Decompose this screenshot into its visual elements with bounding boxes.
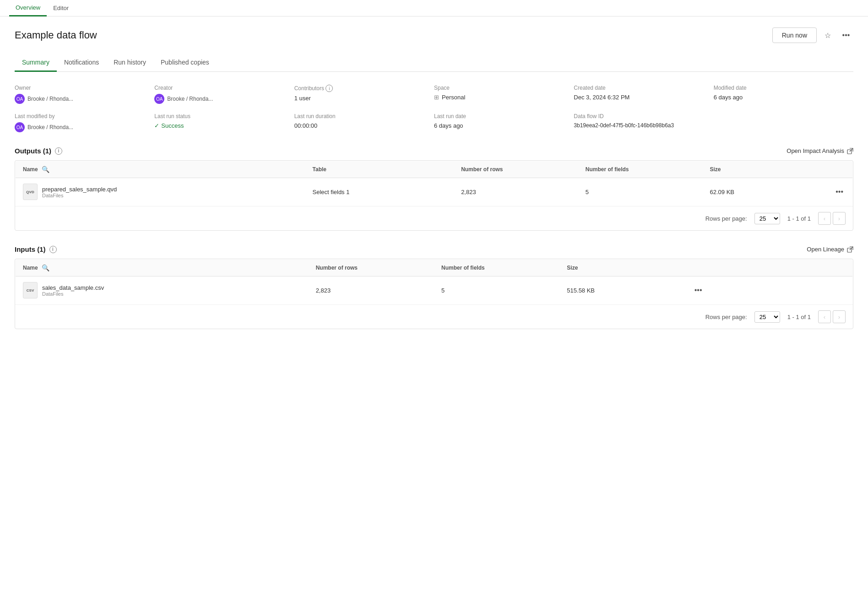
outputs-row-more-button[interactable]: ••• [834, 186, 845, 198]
last-modifier-avatar: OA [15, 122, 25, 132]
last-run-status-value: ✓ Success [154, 122, 294, 129]
page-title: Example data flow [15, 29, 97, 41]
table-row: QVD prepared_sales_sample.qvd DataFiles … [16, 178, 853, 206]
file-cell: QVD prepared_sales_sample.qvd DataFiles [23, 184, 298, 200]
inputs-section-header: Inputs (1) i Open Lineage [15, 245, 853, 253]
inputs-col-rows: Number of rows [309, 260, 434, 277]
metadata-section: Owner OA Brooke / Rhonda... Creator OA B… [15, 85, 853, 132]
qvd-file-icon: QVD [23, 184, 38, 200]
inputs-file-cell: CSV sales_data_sample.csv DataFiles [23, 282, 301, 298]
outputs-col-fields: Number of fields [578, 161, 703, 178]
last-modifier-name: Brooke / Rhonda... [27, 124, 73, 130]
owner-label: Owner [15, 85, 154, 91]
outputs-col-name: Name 🔍 [16, 161, 305, 178]
csv-file-icon: CSV [23, 282, 38, 298]
metadata-space: Space ⊞ Personal [434, 85, 574, 104]
outputs-page-nav: ‹ › [818, 212, 846, 225]
inputs-name-search-icon[interactable]: 🔍 [42, 264, 49, 271]
inputs-row-size-cell: 515.58 KB [559, 277, 685, 304]
inputs-info-icon[interactable]: i [49, 246, 57, 253]
metadata-row-2: Last modified by OA Brooke / Rhonda... L… [15, 113, 853, 132]
page-header: Example data flow Run now ☆ ••• [15, 27, 853, 43]
inputs-row-more-button[interactable]: ••• [693, 284, 704, 296]
inputs-col-size: Size [559, 260, 685, 277]
nav-overview[interactable]: Overview [9, 0, 47, 16]
outputs-prev-page-button[interactable]: ‹ [818, 212, 831, 225]
star-button[interactable]: ☆ [820, 28, 835, 43]
inputs-next-page-button[interactable]: › [833, 310, 846, 323]
open-lineage-link[interactable]: Open Lineage [807, 246, 853, 253]
page-content: Example data flow Run now ☆ ••• Summary … [0, 16, 868, 340]
metadata-created-date: Created date Dec 3, 2024 6:32 PM [574, 85, 713, 104]
metadata-last-run-date: Last run date 6 days ago [434, 113, 574, 132]
last-modified-by-label: Last modified by [15, 113, 154, 119]
outputs-row-table-cell: Select fields 1 [305, 178, 454, 206]
outputs-col-size: Size [703, 161, 827, 178]
inputs-row-rows-cell: 2,823 [309, 277, 434, 304]
outputs-row-actions-cell: ••• [826, 178, 852, 206]
header-actions: Run now ☆ ••• [772, 27, 853, 43]
tabs-bar: Summary Notifications Run history Publis… [15, 54, 853, 72]
file-type-label: QVD [26, 190, 34, 194]
metadata-creator: Creator OA Brooke / Rhonda... [154, 85, 294, 104]
creator-label: Creator [154, 85, 294, 91]
inputs-rows-per-page-select[interactable]: 25 50 100 [754, 311, 780, 323]
external-link-icon [847, 148, 853, 154]
inputs-table-header-row: Name 🔍 Number of rows Number of fields S… [16, 260, 853, 277]
file-name[interactable]: prepared_sales_sample.qvd [42, 186, 117, 193]
inputs-label: Inputs (1) [15, 245, 46, 253]
outputs-section: Outputs (1) i Open Impact Analysis [15, 147, 853, 231]
nav-editor[interactable]: Editor [47, 0, 75, 16]
creator-value: OA Brooke / Rhonda... [154, 94, 294, 104]
contributors-info-icon[interactable]: i [326, 85, 333, 92]
lineage-external-link-icon [847, 246, 853, 253]
last-modified-by-value: OA Brooke / Rhonda... [15, 122, 154, 132]
file-info: prepared_sales_sample.qvd DataFiles [42, 186, 117, 198]
inputs-file-info: sales_data_sample.csv DataFiles [42, 284, 104, 297]
inputs-file-sublabel: DataFiles [42, 291, 104, 297]
inputs-row-fields-cell: 5 [434, 277, 559, 304]
metadata-empty [714, 113, 853, 132]
last-run-duration-value: 00:00:00 [294, 122, 434, 129]
contributors-value: 1 user [294, 95, 434, 102]
run-now-button[interactable]: Run now [772, 27, 817, 43]
modified-date-label: Modified date [714, 85, 853, 91]
inputs-prev-page-button[interactable]: ‹ [818, 310, 831, 323]
inputs-row-name-cell: CSV sales_data_sample.csv DataFiles [16, 277, 309, 304]
inputs-table: Name 🔍 Number of rows Number of fields S… [15, 259, 853, 304]
open-impact-analysis-link[interactable]: Open Impact Analysis [787, 147, 853, 154]
outputs-col-rows: Number of rows [454, 161, 578, 178]
more-options-button[interactable]: ••• [839, 28, 853, 43]
created-date-label: Created date [574, 85, 713, 91]
tab-run-history[interactable]: Run history [106, 54, 153, 72]
metadata-last-run-duration: Last run duration 00:00:00 [294, 113, 434, 132]
outputs-pagination: Rows per page: 25 50 100 1 - 1 of 1 ‹ › [15, 206, 853, 230]
outputs-info-icon[interactable]: i [55, 147, 62, 155]
owner-avatar: OA [15, 94, 25, 104]
file-sublabel: DataFiles [42, 193, 117, 198]
outputs-next-page-button[interactable]: › [833, 212, 846, 225]
success-check-icon: ✓ [154, 122, 159, 129]
metadata-last-modified-by: Last modified by OA Brooke / Rhonda... [15, 113, 154, 132]
outputs-col-table: Table [305, 161, 454, 178]
more-icon: ••• [842, 31, 850, 39]
tab-notifications[interactable]: Notifications [57, 54, 106, 72]
inputs-table-wrapper: Name 🔍 Number of rows Number of fields S… [15, 259, 853, 329]
csv-file-type-label: CSV [27, 288, 34, 293]
outputs-rows-per-page-label: Rows per page: [705, 215, 747, 222]
metadata-modified-date: Modified date 6 days ago [714, 85, 853, 104]
star-icon: ☆ [825, 31, 831, 40]
outputs-name-search-icon[interactable]: 🔍 [42, 166, 49, 173]
inputs-pagination: Rows per page: 25 50 100 1 - 1 of 1 ‹ › [15, 304, 853, 329]
last-run-date-value: 6 days ago [434, 122, 574, 129]
outputs-label: Outputs (1) [15, 147, 51, 155]
inputs-col-actions [685, 260, 853, 277]
inputs-file-name[interactable]: sales_data_sample.csv [42, 284, 104, 291]
outputs-rows-per-page-select[interactable]: 25 50 100 [754, 213, 780, 224]
last-run-duration-label: Last run duration [294, 113, 434, 119]
tab-published-copies[interactable]: Published copies [153, 54, 217, 72]
metadata-owner: Owner OA Brooke / Rhonda... [15, 85, 154, 104]
inputs-title: Inputs (1) i [15, 245, 57, 253]
metadata-last-run-status: Last run status ✓ Success [154, 113, 294, 132]
tab-summary[interactable]: Summary [15, 54, 57, 72]
